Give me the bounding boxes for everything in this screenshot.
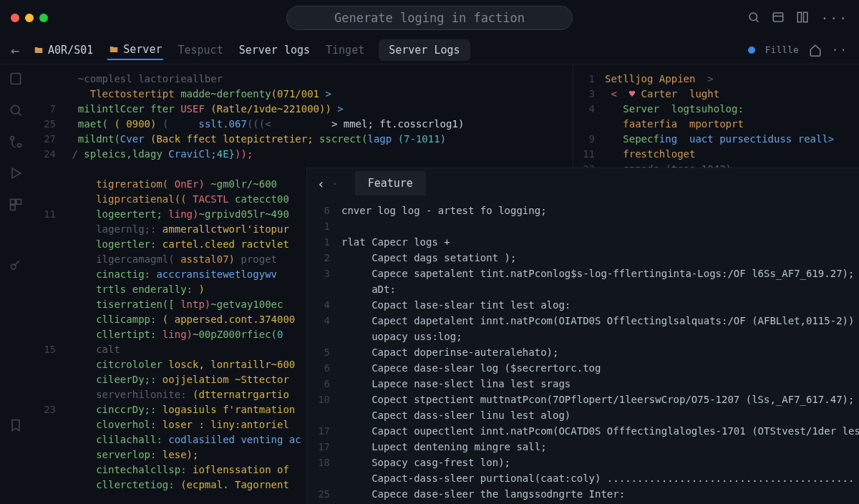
feature-line: 1rlat Capecr logs + [307, 234, 859, 250]
svg-rect-12 [16, 200, 21, 205]
command-text: Generate loging in faction [334, 11, 525, 25]
feature-body[interactable]: 6cnver log log - artest fo logging;11rla… [307, 198, 859, 504]
folder-icon [34, 45, 44, 55]
svg-line-1 [757, 19, 759, 21]
svg-rect-2 [774, 13, 784, 21]
tab-label: A0R/S01 [48, 44, 93, 57]
bookmark-icon[interactable] [9, 418, 23, 432]
code-line: 7 milintlCcer fter USEF (Ratle/1vde~2210… [31, 102, 573, 117]
tabbar-right: Fillle ·· [748, 43, 848, 57]
tab-server[interactable]: Server [107, 40, 163, 60]
svg-rect-13 [11, 205, 16, 210]
close-window[interactable] [11, 14, 19, 22]
code-line: 4 Server logtsuholog: [573, 102, 859, 117]
code-line: 3 < ♥ Carter lught [573, 87, 859, 102]
feature-line: 6 Lapece nase-slect lina lest srags [307, 376, 859, 392]
code-line: 1Setlljog Appien > [573, 72, 859, 87]
feature-line: 4 Copact lase-slear tint lest alog: [307, 297, 859, 313]
feature-line: 2 Capect dags setationt ); [307, 250, 859, 266]
tab-label: Server [123, 43, 162, 56]
panel-icon[interactable] [772, 11, 785, 24]
activity-bar [0, 64, 31, 504]
tabbar: ← A0R/S01 Server Tespuct Server logs Tin… [0, 36, 859, 64]
key-icon[interactable] [9, 258, 23, 272]
feature-line: 25 Capece dase-sleer the langssodngrte I… [307, 486, 859, 502]
code-line: 25 maet( ( 0900) ( sslt.067(((< > mmel; … [31, 117, 573, 132]
tab-a0rs01[interactable]: A0R/S01 [32, 41, 94, 59]
extensions-icon[interactable] [9, 198, 23, 212]
titlebar: Generate loging in faction ··· [0, 0, 859, 36]
feature-line: 6cnver log log - artest fo logging; [307, 203, 859, 218]
layout-icon[interactable] [796, 11, 809, 24]
feature-tab[interactable]: Feature [355, 171, 426, 195]
feature-line: 17 Lupect dentening mingre sall; [307, 439, 859, 455]
feature-line: aDt: [307, 281, 859, 297]
feature-line: Capect dass-sleer linu lest alog) [307, 407, 859, 423]
feature-line: 17 Capact oupectlent innt.natPcom(OCATD0… [307, 423, 859, 439]
feature-line: 6 Capece dase-slear log ($secrertorc.tog [307, 360, 859, 376]
folder-icon [109, 44, 119, 54]
main-area: ~complesl lactorieallber Tlectostertipt … [0, 64, 859, 504]
source-control-icon[interactable] [9, 135, 23, 149]
feature-line: 5 Capact doperinse-auteralehato); [307, 344, 859, 360]
feature-tab-label: Feature [368, 177, 413, 190]
svg-rect-4 [798, 12, 802, 22]
svg-point-9 [18, 144, 21, 147]
more-icon[interactable]: ··· [820, 11, 848, 26]
tab-server-logs-2[interactable]: Server Logs [379, 39, 470, 61]
feature-panel: ‹ · Feature 6cnver log log - artest fo l… [306, 168, 859, 504]
tab-tespuct[interactable]: Tespuct [176, 41, 224, 59]
fillle-label[interactable]: Fillle [765, 44, 799, 55]
svg-marker-10 [12, 168, 21, 178]
feature-line: 3 Capece sapetalent tint.natPconlog$s-lo… [307, 266, 859, 281]
svg-rect-11 [11, 200, 16, 205]
titlebar-actions: ··· [747, 11, 848, 26]
code-line: faaterfia mportoprt [573, 117, 859, 132]
command-center[interactable]: Generate loging in faction [286, 6, 573, 30]
status-dot [748, 47, 755, 54]
code-line: 11 frestchloget [573, 147, 859, 162]
back-button[interactable]: ← [11, 42, 19, 59]
feature-line: uopacy uss:log; [307, 329, 859, 344]
code-line: ~complesl lactorieallber [31, 72, 573, 87]
code-line: 24 / spleics,ldagy CraviCl;4E})); [31, 147, 573, 162]
svg-point-0 [749, 13, 757, 21]
feature-line: 1 [307, 218, 859, 234]
more-icon[interactable]: ·· [832, 43, 848, 57]
debug-icon[interactable] [9, 166, 23, 180]
feature-line: Capact-dass-sleer purtional(caat:coly) .… [307, 470, 859, 486]
svg-rect-5 [804, 12, 807, 22]
feature-line: 10 Copect stpectient muttnatPcon(7OPflop… [307, 392, 859, 407]
maximize-window[interactable] [39, 14, 48, 22]
svg-point-8 [11, 137, 14, 140]
feature-line: 4 Capect dapetalent innt.natPcom(OIATD0S… [307, 313, 859, 329]
tab-label: Tespuct [178, 44, 223, 57]
feature-dots: · [332, 178, 339, 189]
search-icon[interactable] [747, 11, 760, 24]
tab-label: Server Logs [389, 44, 460, 57]
feature-back-icon[interactable]: ‹ [317, 176, 325, 191]
svg-point-7 [11, 105, 19, 114]
search-icon[interactable] [9, 103, 23, 117]
tab-label: Server logs [239, 44, 310, 57]
code-line: 9 Sepecfing uact pursectiduss reall> [573, 132, 859, 147]
minimize-window[interactable] [25, 14, 34, 22]
editor-area: ~complesl lactorieallber Tlectostertipt … [31, 64, 859, 504]
window-controls [11, 14, 48, 22]
explorer-icon[interactable] [9, 72, 23, 86]
tab-server-logs[interactable]: Server logs [238, 41, 311, 59]
home-icon[interactable] [809, 44, 822, 57]
feature-header: ‹ · Feature [307, 168, 859, 198]
code-line: 27 mildnt(Cver (Back ffect lotepictretie… [31, 132, 573, 147]
svg-rect-6 [11, 74, 20, 84]
tab-tinget[interactable]: Tinget [324, 41, 366, 59]
feature-line: 18 Sopacy casg-frest lon); [307, 455, 859, 470]
code-line: Tlectostertipt madde~derfoenty(071/001 > [31, 87, 573, 102]
tab-label: Tinget [326, 44, 364, 57]
